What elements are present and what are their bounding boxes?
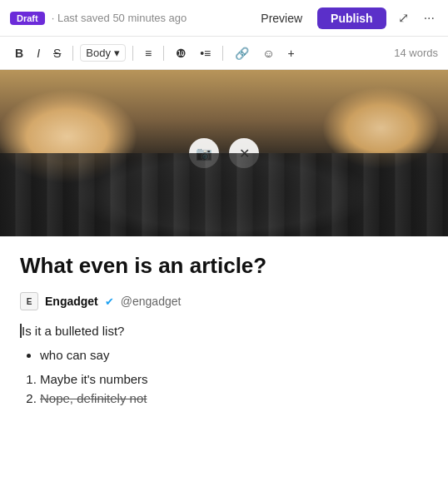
author-row: E Engadget ✔ @engadget [20, 292, 428, 310]
list-item[interactable]: Maybe it's numbers [40, 372, 428, 386]
author-name: Engadget [45, 295, 98, 308]
unordered-list-button[interactable]: •≡ [195, 44, 216, 62]
format-bar: B I S Body ▾ ≡ ❿ •≡ 🔗 ☺ + 14 words [0, 37, 448, 70]
more-options-button[interactable]: ··· [421, 7, 438, 29]
close-icon: ✕ [239, 146, 250, 161]
link-icon: 🔗 [235, 47, 249, 60]
align-icon: ≡ [145, 47, 152, 60]
ol-icon: ❿ [176, 47, 187, 60]
plus-icon: + [288, 47, 295, 60]
emoji-button[interactable]: ☺ [257, 44, 279, 62]
top-bar: Draft · Last saved 50 minutes ago Previe… [0, 0, 448, 37]
chevron-down-icon: ▾ [114, 47, 120, 59]
author-handle: @engadget [121, 295, 182, 308]
preview-button[interactable]: Preview [254, 8, 309, 28]
block-type-label: Body [86, 47, 111, 59]
top-bar-left: Draft · Last saved 50 minutes ago [10, 12, 187, 25]
replace-image-button[interactable]: 📷 [189, 138, 219, 168]
numbered-list: Maybe it's numbers Nope, definitely not [40, 372, 428, 405]
camera-icon: 📷 [196, 146, 212, 161]
divider-1 [72, 46, 73, 61]
author-logo: E [20, 292, 38, 310]
divider-3 [163, 46, 164, 61]
emoji-icon: ☺ [262, 47, 274, 60]
link-button[interactable]: 🔗 [230, 44, 254, 62]
bold-button[interactable]: B [10, 44, 28, 62]
remove-image-button[interactable]: ✕ [229, 138, 259, 168]
divider-4 [222, 46, 223, 61]
text-align-button[interactable]: ≡ [140, 44, 157, 62]
draft-badge: Draft [10, 12, 45, 25]
strikethrough-text: Nope, definitely not [40, 391, 147, 405]
more-icon: ··· [424, 11, 435, 25]
intro-text[interactable]: Is it a bulleted list? [20, 324, 428, 338]
saved-status: · Last saved 50 minutes ago [52, 12, 187, 24]
list-item[interactable]: who can say [40, 348, 428, 362]
add-block-button[interactable]: + [283, 44, 300, 62]
hero-image: 📷 ✕ [0, 70, 448, 236]
article-title[interactable]: What even is an article? [20, 253, 428, 279]
divider-2 [132, 46, 133, 61]
fullscreen-icon: ⤢ [398, 11, 409, 25]
image-overlay: 📷 ✕ [0, 70, 448, 236]
bullet-list: who can say [40, 348, 428, 362]
strikethrough-button[interactable]: S [48, 44, 66, 62]
fullscreen-button[interactable]: ⤢ [395, 7, 412, 29]
publish-button[interactable]: Publish [317, 7, 386, 29]
ul-icon: •≡ [200, 47, 211, 60]
ordered-list-button[interactable]: ❿ [171, 44, 192, 62]
word-count: 14 words [394, 47, 438, 59]
content-area: What even is an article? E Engadget ✔ @e… [0, 236, 448, 432]
block-type-select[interactable]: Body ▾ [80, 44, 126, 62]
italic-button[interactable]: I [32, 44, 45, 62]
verified-icon: ✔ [105, 295, 114, 308]
list-item[interactable]: Nope, definitely not [40, 391, 428, 405]
top-bar-right: Preview Publish ⤢ ··· [254, 7, 438, 29]
